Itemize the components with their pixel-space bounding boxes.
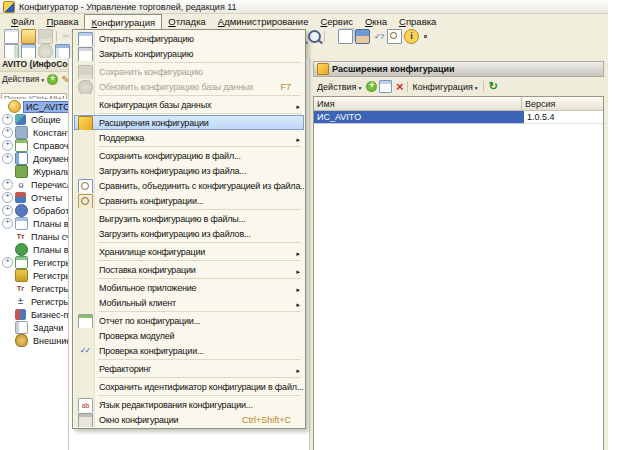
menu-item-check-modules[interactable]: Проверка модулей [74,328,304,343]
users-icon[interactable] [355,29,370,44]
add-extension-icon[interactable] [366,81,377,92]
open-icon[interactable] [21,29,36,44]
extensions-panel-header[interactable]: Расширения конфигурации [313,61,604,77]
menu-item-configuration-report[interactable]: Отчет по конфигурации... [74,313,304,328]
menu-item-mobile-client[interactable]: Мобильный клиент [74,295,304,310]
expand-icon[interactable] [2,179,13,190]
menubar-item-debug[interactable]: Отладка [162,14,212,29]
tree-item-document-journals[interactable]: Журналы документов [0,165,68,178]
menu-item-refactoring[interactable]: Рефакторинг [74,361,304,376]
tree-item-charts-of-accounts[interactable]: Планы счетов [0,230,68,243]
configuration-menu-button[interactable]: Конфигурация [410,82,480,92]
menu-item-configuration-extensions[interactable]: Расширения конфигурации [74,115,304,130]
menu-item-support[interactable]: Поддержка [74,130,304,145]
table-row[interactable]: ИС_AVITO 1.0.5.4 [314,111,603,124]
tree-item-business-processes[interactable]: Бизнес-процессы [0,308,68,321]
tree-item-calculation-registers[interactable]: Регистры расчета [0,295,68,308]
configuration-report-icon [78,314,93,328]
extension-name-cell[interactable]: ИС_AVITO [314,111,524,124]
tree-item-information-registers[interactable]: Регистры сведений [0,256,68,269]
preview-icon[interactable] [387,29,402,44]
menu-item-load-configuration-from-files[interactable]: Загрузить конфигурацию из файлов... [74,226,304,241]
database-icon[interactable] [38,44,53,59]
menu-item-close-configuration[interactable]: Закрыть конфигурацию [74,46,304,61]
expand-icon[interactable] [2,218,13,229]
menubar-item-file[interactable]: Файл [5,14,40,29]
expand-icon[interactable] [2,140,13,151]
calculation-registers-icon [15,296,26,307]
tree-item-enums[interactable]: Перечисления [0,178,68,191]
column-header-version[interactable]: Версия [522,97,603,110]
menu-item-open-configuration[interactable]: Открыть конфигурацию [74,31,304,46]
menubar-item-edit[interactable]: Правка [40,14,84,29]
menubar-item-service[interactable]: Сервис [314,14,359,29]
expand-icon[interactable] [2,153,13,164]
expand-icon[interactable] [2,114,13,125]
menu-item-configuration-repository[interactable]: Хранилище конфигурации [74,244,304,259]
expand-icon[interactable] [2,192,13,203]
menubar-item-administration[interactable]: Администрирование [212,14,315,29]
menubar-item-windows[interactable]: Окна [359,14,393,29]
extension-version-cell[interactable]: 1.0.5.4 [524,111,603,124]
menu-item-configuration-window[interactable]: Окно конфигурацииCtrl+Shift+C [74,412,304,427]
title-bar[interactable]: Конфигуратор - Управление торговлей, ред… [0,0,608,14]
menubar-item-configuration[interactable]: Конфигурация [84,14,162,29]
tree-item-catalogs[interactable]: Справочники [0,139,68,152]
menu-separator [98,260,301,261]
menu-item-update-database-configuration[interactable]: Обновить конфигурацию базы данныхF7 [74,79,304,94]
tree-item-accumulation-registers[interactable]: Регистры накопления [0,269,68,282]
menu-item-configuration-delivery[interactable]: Поставка конфигурации [74,262,304,277]
tree-item-charts-of-calculation-types[interactable]: Планы видов расчета [0,243,68,256]
configuration-extensions-icon [78,116,93,130]
tree-item-constants[interactable]: Константы [0,126,68,139]
tree-item-external-data-sources[interactable]: Внешние источники данных [0,334,68,347]
tree-item-documents[interactable]: Документы [0,152,68,165]
expand-icon[interactable] [2,205,13,216]
expand-icon[interactable] [2,127,13,138]
table-icon[interactable] [55,44,70,59]
syntax-check-icon[interactable] [372,30,385,43]
save-icon[interactable] [38,29,53,44]
menu-item-compare-merge-with-file[interactable]: Сравнить, объединить с конфигурацией из … [74,178,304,193]
global-search-icon[interactable] [308,30,321,43]
menu-item-compare-configurations[interactable]: Сравнить конфигурации... [74,193,304,208]
copy-icon[interactable] [338,29,353,44]
refresh-icon[interactable] [488,81,499,92]
tree-item-charts-of-characteristic-types[interactable]: Планы видов характеристик [0,217,68,230]
extensions-table: Имя Версия ИС_AVITO 1.0.5.4 [313,96,604,450]
compare-window-icon[interactable] [21,44,36,59]
configuration-tree-icon[interactable] [4,44,19,59]
menubar-item-help[interactable]: Справка [393,14,442,29]
menu-item-configuration-edit-language[interactable]: Язык редактирования конфигурации... [74,397,304,412]
tree-item-accounting-registers[interactable]: Регистры бухгалтерии [0,282,68,295]
menu-item-save-configuration[interactable]: Сохранить конфигурацию [74,64,304,79]
menu-item-load-configuration-from-file[interactable]: Загрузить конфигурацию из файла... [74,163,304,178]
add-icon[interactable] [47,74,58,85]
new-document-icon[interactable] [4,29,19,44]
menu-item-dump-configuration-to-files[interactable]: Выгрузить конфигурацию в файлы... [74,211,304,226]
toolbar-options-handle[interactable] [424,35,427,38]
actions-menu-button[interactable]: Действия [2,74,45,84]
tree-item-tasks[interactable]: Задачи [0,321,68,334]
menu-item-save-configuration-id-to-file[interactable]: Сохранить идентификатор конфигурации в ф… [74,379,304,394]
expand-icon[interactable] [2,257,13,268]
menu-item-save-configuration-to-file[interactable]: Сохранить конфигурацию в файл... [74,148,304,163]
extensions-panel-title: Расширения конфигурации [332,64,455,74]
menu-item-mobile-application[interactable]: Мобильное приложение [74,280,304,295]
tree-item-reports[interactable]: Отчеты [0,191,68,204]
window-title: Конфигуратор - Управление торговлей, ред… [19,2,237,12]
tree-item-data-processors[interactable]: Обработки [0,204,68,217]
actions-menu-button[interactable]: Действия [315,82,364,92]
tree-item-common[interactable]: Общие [0,113,68,126]
about-icon[interactable] [404,29,419,44]
menu-item-check-configuration[interactable]: Проверка конфигурации... [74,343,304,358]
menu-separator [98,95,301,96]
delete-icon[interactable] [394,81,405,92]
column-header-name[interactable]: Имя [314,97,522,110]
menu-item-database-configuration[interactable]: Конфигурация базы данных [74,97,304,112]
open-configuration-icon[interactable] [379,80,392,93]
tree-item-root[interactable]: ИС_AVITO [0,100,68,113]
reports-icon [15,192,26,203]
accumulation-registers-icon [15,269,28,282]
edit-icon[interactable] [60,74,68,85]
